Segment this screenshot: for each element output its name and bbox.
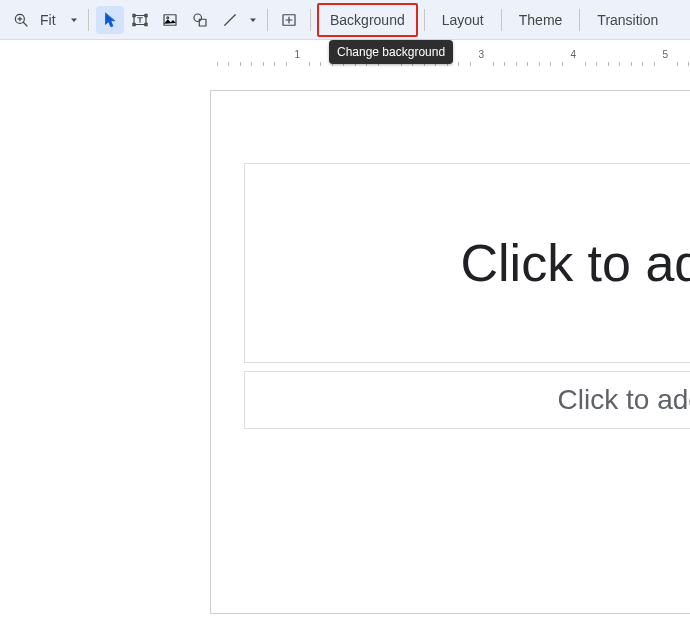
- line-dropdown-icon[interactable]: [245, 6, 261, 34]
- line-tool-button[interactable]: [216, 6, 244, 34]
- tooltip-change-background: Change background: [329, 40, 453, 64]
- comment-button[interactable]: [275, 6, 303, 34]
- subtitle-placeholder[interactable]: Click to add subtitle: [244, 371, 690, 429]
- ruler-label: 1: [295, 49, 301, 60]
- shape-tool-button[interactable]: [186, 6, 214, 34]
- subtitle-placeholder-text: Click to add subtitle: [245, 384, 690, 416]
- svg-point-11: [167, 16, 169, 18]
- layout-button[interactable]: Layout: [432, 6, 494, 34]
- zoom-label: Fit: [36, 12, 66, 28]
- title-placeholder-text: Click to add title: [245, 233, 690, 293]
- ruler-label: 3: [479, 49, 485, 60]
- background-button[interactable]: Background: [320, 5, 415, 35]
- transition-button[interactable]: Transition: [587, 6, 668, 34]
- theme-button[interactable]: Theme: [509, 6, 573, 34]
- separator: [267, 9, 268, 31]
- svg-rect-10: [164, 14, 176, 25]
- toolbar: Fit Background Layout: [0, 0, 690, 40]
- svg-line-14: [225, 14, 236, 25]
- slide[interactable]: Click to add title Click to add subtitle: [210, 90, 690, 614]
- svg-line-1: [23, 22, 27, 26]
- ruler-label: 5: [663, 49, 669, 60]
- zoom-dropdown-icon[interactable]: [66, 6, 82, 34]
- separator: [501, 9, 502, 31]
- separator: [310, 9, 311, 31]
- textbox-tool-button[interactable]: [126, 6, 154, 34]
- separator: [88, 9, 89, 31]
- select-tool-button[interactable]: [96, 6, 124, 34]
- svg-point-12: [194, 14, 202, 22]
- title-placeholder[interactable]: Click to add title: [244, 163, 690, 363]
- zoom-control[interactable]: Fit: [6, 6, 82, 34]
- image-tool-button[interactable]: [156, 6, 184, 34]
- svg-marker-15: [250, 18, 256, 22]
- separator: [424, 9, 425, 31]
- zoom-icon[interactable]: [7, 6, 35, 34]
- svg-marker-4: [71, 18, 77, 22]
- separator: [579, 9, 580, 31]
- ruler-label: 4: [571, 49, 577, 60]
- canvas-area[interactable]: Click to add title Click to add subtitle: [0, 66, 690, 643]
- annotation-highlight: Background: [317, 3, 418, 37]
